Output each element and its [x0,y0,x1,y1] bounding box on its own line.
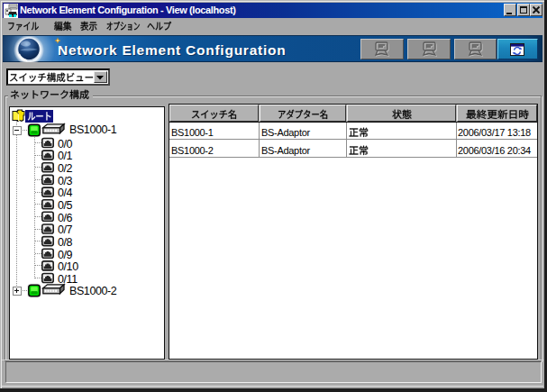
svg-text:BS1000-1: BS1000-1 [69,123,117,136]
svg-text:0/0: 0/0 [58,138,73,150]
svg-text:0/3: 0/3 [58,175,73,187]
svg-text:0/11: 0/11 [58,273,77,286]
svg-text:0/6: 0/6 [58,212,73,224]
svg-text:0/5: 0/5 [58,199,73,212]
svg-text:0/4: 0/4 [58,187,73,199]
svg-text:0/9: 0/9 [58,249,73,261]
svg-text:BS1000-2: BS1000-2 [69,285,117,297]
svg-text:0/7: 0/7 [58,223,73,236]
svg-text:0/10: 0/10 [58,260,78,273]
svg-text:0/1: 0/1 [58,150,73,162]
svg-text:0/2: 0/2 [58,162,73,175]
svg-text:0/8: 0/8 [58,236,73,249]
